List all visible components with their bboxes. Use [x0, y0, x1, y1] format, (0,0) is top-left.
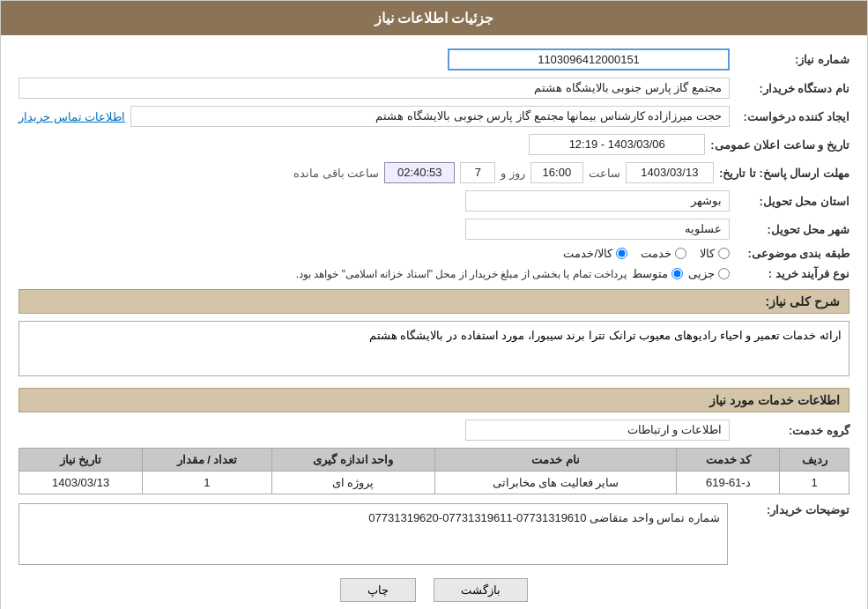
city-label: شهر محل تحویل: — [735, 223, 849, 236]
purchase-type-note: پرداخت تمام یا بخشی از مبلغ خریدار از مح… — [296, 268, 627, 280]
category-radio-kala[interactable]: کالا — [700, 247, 730, 260]
col-quantity: تعداد / مقدار — [143, 449, 272, 472]
need-number-label: شماره نیاز: — [735, 53, 849, 66]
purchase-type-motavaset[interactable]: متوسط — [632, 267, 683, 280]
services-table-header-row: ردیف کد خدمت نام خدمت واحد اندازه گیری ت… — [19, 449, 849, 472]
category-radio-khedmat[interactable]: خدمت — [641, 247, 686, 260]
creator-label: ایجاد کننده درخواست: — [735, 110, 849, 123]
department-label: نام دستگاه خریدار: — [735, 82, 849, 95]
cell-quantity: 1 — [143, 472, 272, 494]
deadline-row: مهلت ارسال پاسخ: تا تاریخ: 1403/03/13 سا… — [19, 162, 849, 183]
cell-name: سایر فعالیت های مخابراتی — [434, 472, 677, 494]
category-radio-group: کالا خدمت کالا/خدمت — [19, 247, 730, 260]
creator-link[interactable]: اطلاعات تماس خریدار — [19, 110, 125, 123]
creator-row: ایجاد کننده درخواست: حجت میرزازاده کارشن… — [19, 106, 849, 127]
publish-date-label: تاریخ و ساعت اعلان عمومی: — [710, 138, 849, 152]
deadline-time: 16:00 — [530, 162, 583, 183]
deadline-days: 7 — [460, 162, 495, 183]
category-row: طبقه بندی موضوعی: کالا خدمت کالا/خدمت — [19, 247, 849, 260]
remaining-time: 02:40:53 — [384, 162, 455, 183]
cell-code: د-61-619 — [677, 472, 780, 494]
deadline-date: 1403/03/13 — [626, 162, 714, 183]
service-group-value: اطلاعات و ارتباطات — [465, 420, 730, 441]
city-value: عسلویه — [465, 219, 730, 240]
purchase-type-jozi[interactable]: جزیی — [688, 267, 730, 280]
col-code: کد خدمت — [677, 449, 780, 472]
category-label: طبقه بندی موضوعی: — [735, 247, 849, 260]
province-value: بوشهر — [465, 190, 730, 212]
deadline-time-label: ساعت — [589, 167, 620, 180]
deadline-label: مهلت ارسال پاسخ: تا تاریخ: — [719, 167, 849, 180]
department-value: مجتمع گاز پارس جنوبی بالایشگاه هشتم — [19, 78, 730, 99]
service-group-row: گروه خدمت: اطلاعات و ارتباطات — [19, 420, 849, 441]
back-button[interactable]: بازگشت — [434, 578, 528, 602]
need-number-value: 1103096412000151 — [448, 48, 730, 71]
buyer-notes-row: توضیحات خریدار: شماره تماس واحد متقاضی 0… — [19, 503, 849, 565]
publish-date-row: تاریخ و ساعت اعلان عمومی: 1403/03/06 - 1… — [19, 134, 849, 155]
col-name: نام خدمت — [434, 449, 677, 472]
services-section-title: اطلاعات خدمات مورد نیاز — [19, 388, 849, 412]
remaining-label: ساعت باقی مانده — [293, 167, 379, 180]
col-row-num: ردیف — [780, 449, 849, 472]
purchase-type-label: نوع فرآیند خرید : — [735, 267, 849, 280]
province-label: استان محل تحویل: — [735, 195, 849, 208]
deadline-days-label: روز و — [501, 167, 525, 180]
province-row: استان محل تحویل: بوشهر — [19, 190, 849, 212]
buyer-notes-box: شماره تماس واحد متقاضی 07731319610-07731… — [19, 503, 728, 565]
summary-section-title: شرح کلی نیاز: — [19, 289, 849, 314]
table-row: 1د-61-619سایر فعالیت های مخابراتیپروژه ا… — [19, 472, 849, 494]
content-area: شماره نیاز: 1103096412000151 نام دستگاه … — [1, 35, 867, 609]
cell-unit: پروژه ای — [271, 472, 434, 494]
page-header: جزئیات اطلاعات نیاز — [1, 1, 867, 35]
col-unit: واحد اندازه گیری — [271, 449, 434, 472]
services-table: ردیف کد خدمت نام خدمت واحد اندازه گیری ت… — [19, 448, 849, 494]
col-date: تاریخ نیاز — [19, 449, 143, 472]
city-row: شهر محل تحویل: عسلویه — [19, 219, 849, 240]
page-title: جزئیات اطلاعات نیاز — [375, 11, 494, 26]
service-group-label: گروه خدمت: — [735, 424, 849, 437]
category-radio-both[interactable]: کالا/خدمت — [563, 247, 627, 260]
purchase-type-row: نوع فرآیند خرید : جزیی متوسط پرداخت تمام… — [19, 267, 849, 280]
need-number-row: شماره نیاز: 1103096412000151 — [19, 48, 849, 71]
page-container: جزئیات اطلاعات نیاز شماره نیاز: 11030964… — [0, 0, 868, 609]
print-button[interactable]: چاپ — [340, 578, 416, 602]
department-row: نام دستگاه خریدار: مجتمع گاز پارس جنوبی … — [19, 78, 849, 99]
publish-date-value: 1403/03/06 - 12:19 — [529, 134, 705, 155]
services-table-body: 1د-61-619سایر فعالیت های مخابراتیپروژه ا… — [19, 472, 849, 494]
cell-row: 1 — [780, 472, 849, 494]
services-table-head: ردیف کد خدمت نام خدمت واحد اندازه گیری ت… — [19, 449, 849, 472]
summary-box-container — [19, 321, 849, 379]
cell-date: 1403/03/13 — [19, 472, 143, 494]
creator-value: حجت میرزازاده کارشناس بیمانها مجتمع گاز … — [130, 106, 730, 127]
buyer-notes-label: توضیحات خریدار: — [735, 503, 849, 516]
bottom-buttons: بازگشت چاپ — [19, 578, 849, 602]
summary-textarea — [19, 321, 849, 376]
